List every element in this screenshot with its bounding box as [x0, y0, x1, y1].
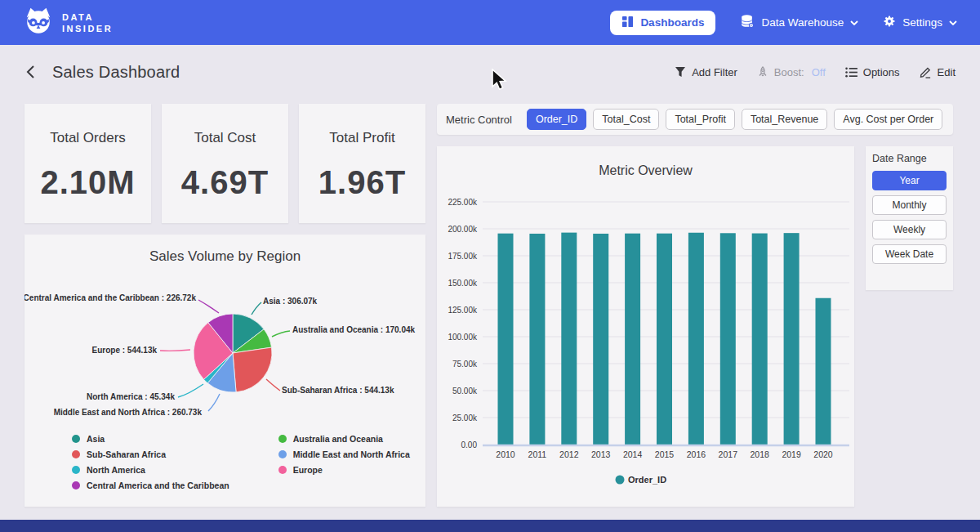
svg-text:2015: 2015 — [655, 449, 675, 459]
legend-item[interactable]: North America — [72, 465, 229, 475]
kpi-label: Total Orders — [24, 130, 151, 146]
funnel-icon — [675, 66, 686, 78]
svg-text:Central America and the Caribb: Central America and the Caribbean : 226.… — [24, 293, 196, 302]
metric-button-order-id[interactable]: Order_ID — [527, 109, 586, 130]
legend-dot-icon — [278, 466, 287, 474]
brand[interactable]: DATA INSIDER — [23, 6, 113, 40]
metric-control-label: Metric Control — [446, 114, 512, 126]
data-warehouse-menu[interactable]: Data Warehouse — [740, 14, 858, 31]
kpi-card-total-orders: Total Orders 2.10M — [24, 104, 151, 223]
chevron-down-icon — [850, 20, 858, 25]
chevron-down-icon — [949, 20, 957, 25]
svg-text:2018: 2018 — [751, 449, 770, 459]
edit-label: Edit — [938, 66, 956, 78]
date-range-monthly-button[interactable]: Monthly — [872, 195, 947, 215]
svg-text:North America : 45.34k: North America : 45.34k — [87, 392, 175, 401]
legend-item[interactable]: Europe — [278, 465, 410, 475]
svg-text:2010: 2010 — [496, 449, 515, 459]
legend-dot-icon — [72, 466, 80, 474]
svg-text:2014: 2014 — [623, 449, 643, 459]
add-filter-label: Add Filter — [692, 66, 737, 78]
boost-state: Off — [812, 66, 826, 78]
legend-dot-icon — [278, 450, 287, 458]
boost-label: Boost: — [774, 66, 804, 78]
page-title: Sales Dashboard — [52, 63, 180, 82]
svg-text:2019: 2019 — [782, 449, 801, 459]
bar-chart-card: Metric Overview 0.0025.00k50.00k75.00k10… — [437, 146, 854, 507]
kpi-card-total-cost: Total Cost 4.69T — [162, 104, 288, 223]
svg-text:2016: 2016 — [687, 449, 706, 459]
legend-item[interactable]: Asia — [72, 434, 229, 444]
svg-text:Sub-Saharan Africa : 544.13k: Sub-Saharan Africa : 544.13k — [282, 386, 394, 395]
brand-line2: INSIDER — [62, 23, 113, 34]
svg-text:Asia : 306.07k: Asia : 306.07k — [263, 297, 318, 306]
date-range-label: Date Range — [872, 153, 947, 164]
metric-button-total-revenue[interactable]: Total_Revenue — [742, 109, 827, 130]
svg-text:2017: 2017 — [719, 449, 738, 459]
svg-text:Europe : 544.13k: Europe : 544.13k — [92, 346, 158, 355]
top-navbar: DATA INSIDER Dashboards — [0, 0, 980, 45]
date-range-year-button[interactable]: Year — [872, 171, 947, 190]
svg-text:2013: 2013 — [591, 449, 611, 459]
kpi-label: Total Cost — [162, 130, 288, 146]
svg-text:2012: 2012 — [559, 449, 579, 459]
dashboard-grid-icon — [621, 16, 634, 30]
svg-text:25.00k: 25.00k — [452, 414, 478, 422]
rocket-icon — [757, 66, 768, 78]
gear-icon — [883, 15, 896, 30]
svg-text:2011: 2011 — [528, 449, 547, 459]
metric-control-bar: Metric Control Order_ID Total_Cost Total… — [437, 104, 953, 135]
pie-legend: Asia Sub-Saharan Africa North America Ce… — [72, 434, 410, 490]
svg-text:75.00k: 75.00k — [452, 360, 478, 369]
legend-item[interactable]: Australia and Oceania — [278, 434, 410, 444]
legend-dot-icon — [72, 435, 80, 443]
edit-button[interactable]: Edit — [920, 66, 956, 78]
svg-text:175.00k: 175.00k — [448, 252, 478, 261]
brand-line1: DATA — [62, 11, 113, 23]
metric-button-total-profit[interactable]: Total_Profit — [666, 109, 735, 130]
list-icon — [845, 67, 858, 78]
database-icon — [740, 14, 755, 31]
svg-text:Order_ID: Order_ID — [628, 475, 666, 485]
settings-label: Settings — [902, 16, 942, 29]
kpi-value: 2.10M — [24, 164, 151, 201]
date-range-weekly-button[interactable]: Weekly — [872, 220, 947, 239]
boost-toggle[interactable]: Boost:Off — [757, 66, 826, 78]
legend-item[interactable]: Middle East and North Africa — [278, 449, 410, 459]
date-range-panel: Date Range Year Monthly Weekly Week Date — [866, 146, 953, 290]
back-button[interactable] — [24, 64, 41, 80]
legend-dot-icon — [278, 435, 287, 443]
footer-strip — [0, 520, 980, 532]
legend-dot-icon — [72, 450, 80, 458]
svg-text:225.00k: 225.00k — [448, 198, 478, 207]
legend-item[interactable]: Central America and the Caribbean — [72, 481, 229, 490]
dashboards-button[interactable]: Dashboards — [610, 11, 715, 35]
bar-chart[interactable]: 0.0025.00k50.00k75.00k100.00k125.00k150.… — [437, 146, 854, 507]
page-header: Sales Dashboard Add Filter Boost:Off Opt — [0, 45, 980, 99]
svg-text:125.00k: 125.00k — [448, 306, 478, 315]
data-warehouse-label: Data Warehouse — [761, 16, 844, 29]
svg-text:200.00k: 200.00k — [448, 225, 478, 234]
metric-button-total-cost[interactable]: Total_Cost — [593, 109, 659, 130]
owl-logo-icon — [23, 6, 54, 40]
svg-text:2020: 2020 — [813, 449, 833, 459]
settings-menu[interactable]: Settings — [883, 15, 957, 30]
dashboards-label: Dashboards — [640, 16, 704, 29]
svg-text:Australia and Oceania : 170.04: Australia and Oceania : 170.04k — [292, 325, 416, 334]
options-label: Options — [863, 66, 900, 78]
svg-text:150.00k: 150.00k — [448, 279, 478, 288]
pie-chart-card: Sales Volume by Region Asia : 306.07kAus… — [24, 235, 425, 507]
svg-text:Middle East and North Africa :: Middle East and North Africa : 260.73k — [54, 408, 203, 417]
date-range-week-date-button[interactable]: Week Date — [872, 244, 947, 264]
legend-item[interactable]: Sub-Saharan Africa — [72, 449, 229, 459]
svg-text:0.00: 0.00 — [461, 440, 478, 449]
kpi-label: Total Profit — [299, 130, 425, 146]
pencil-icon — [920, 66, 932, 78]
options-button[interactable]: Options — [845, 66, 900, 78]
legend-dot-icon — [72, 481, 80, 490]
metric-button-avg-cost[interactable]: Avg. Cost per Order — [834, 109, 942, 130]
kpi-value: 1.96T — [299, 164, 425, 201]
svg-text:50.00k: 50.00k — [452, 387, 478, 396]
kpi-value: 4.69T — [162, 164, 288, 201]
add-filter-button[interactable]: Add Filter — [675, 66, 737, 78]
